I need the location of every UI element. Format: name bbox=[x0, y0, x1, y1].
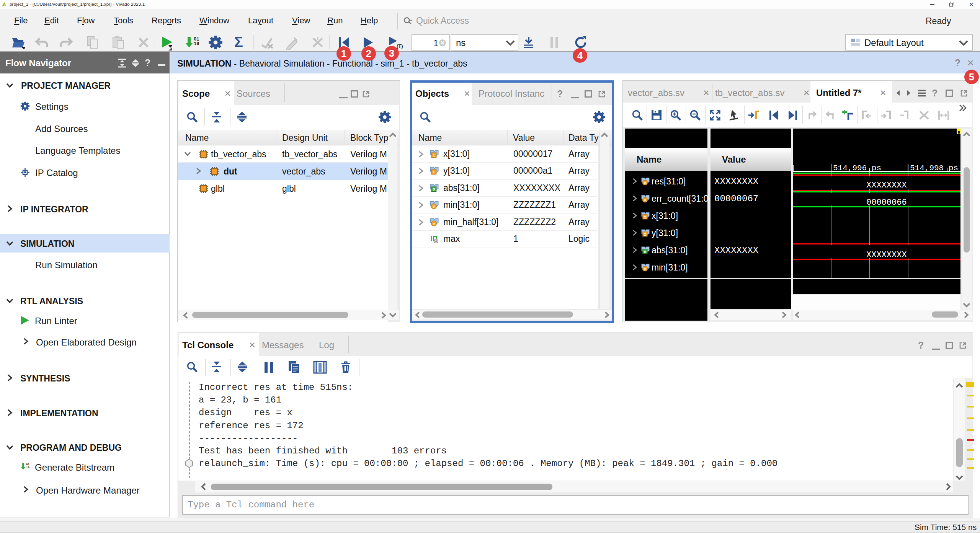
svg-text:v: v bbox=[644, 267, 646, 271]
svg-text:I: I bbox=[433, 170, 435, 174]
svg-text:v: v bbox=[433, 222, 435, 226]
svg-text:O: O bbox=[644, 250, 646, 254]
svg-text:v: v bbox=[433, 204, 435, 209]
svg-text:I: I bbox=[644, 233, 646, 237]
svg-text:10: 10 bbox=[26, 466, 29, 469]
svg-text:v: v bbox=[644, 181, 646, 185]
svg-text:I: I bbox=[644, 215, 646, 220]
svg-text:10: 10 bbox=[194, 41, 199, 47]
svg-text:01: 01 bbox=[26, 463, 29, 466]
svg-text:v: v bbox=[644, 198, 646, 202]
svg-text:(T): (T) bbox=[397, 43, 403, 49]
svg-text:I: I bbox=[433, 153, 435, 158]
svg-text:O: O bbox=[433, 187, 435, 192]
